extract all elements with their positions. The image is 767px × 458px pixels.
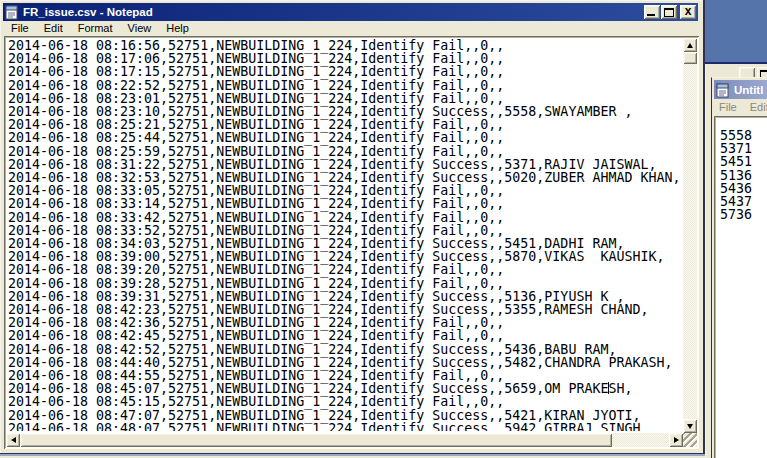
untitled-titlebar[interactable]: Untitl xyxy=(714,80,767,99)
untitled-id-list: 5558 5371 5451 5136 5436 5437 5736 xyxy=(714,116,767,221)
vertical-scrollbar[interactable] xyxy=(683,38,697,433)
window-title: FR_issue.csv - Notepad xyxy=(23,6,644,18)
menu-edit[interactable]: Edit xyxy=(37,22,70,34)
scroll-left-button[interactable] xyxy=(6,433,20,447)
text-caret xyxy=(608,382,609,394)
horizontal-scroll-thumb[interactable] xyxy=(20,433,612,447)
notepad-window: FR_issue.csv - Notepad x FileEditFormatV… xyxy=(0,0,705,454)
resize-grip[interactable] xyxy=(683,433,697,447)
titlebar[interactable]: FR_issue.csv - Notepad x xyxy=(3,3,698,21)
arrow-right-icon xyxy=(674,437,679,443)
vertical-scroll-thumb[interactable] xyxy=(683,52,697,64)
arrow-up-icon xyxy=(687,43,693,48)
text-area[interactable]: 2014-06-18 08:16:56,52751,NEWBUILDING_1_… xyxy=(6,38,683,431)
menubar: FileEditFormatViewHelp xyxy=(3,21,698,37)
untitled-notepad-window: Untitl FileEdit 5558 5371 5451 5136 5436… xyxy=(711,77,767,458)
arrow-down-icon xyxy=(687,424,693,429)
minimize-icon xyxy=(647,14,655,16)
scroll-up-button[interactable] xyxy=(683,38,697,52)
scroll-right-button[interactable] xyxy=(669,433,683,447)
untitled-menu-edit[interactable]: Edit xyxy=(745,101,767,113)
window-bottom-edge xyxy=(0,454,705,458)
arrow-left-icon xyxy=(11,437,16,443)
close-button[interactable]: x xyxy=(680,5,696,19)
menu-file[interactable]: File xyxy=(4,22,36,34)
menu-view[interactable]: View xyxy=(121,22,159,34)
maximize-button[interactable] xyxy=(661,5,677,19)
scroll-down-button[interactable] xyxy=(683,419,697,433)
untitled-text-area[interactable]: 5558 5371 5451 5136 5436 5437 5736 xyxy=(714,116,767,458)
menu-format[interactable]: Format xyxy=(71,22,120,34)
edit-client-area: 2014-06-18 08:16:56,52751,NEWBUILDING_1_… xyxy=(4,36,699,449)
notepad-icon[interactable] xyxy=(715,82,731,98)
menu-help[interactable]: Help xyxy=(159,22,196,34)
desktop-background xyxy=(705,0,767,62)
untitled-menu-file[interactable]: File xyxy=(714,101,745,113)
untitled-window-title: Untitl xyxy=(734,84,763,96)
untitled-menubar: FileEdit xyxy=(714,101,767,116)
csv-text: 2014-06-18 08:16:56,52751,NEWBUILDING_1_… xyxy=(6,38,683,431)
horizontal-scrollbar[interactable] xyxy=(6,433,683,447)
close-icon: x xyxy=(680,4,696,18)
minimize-button[interactable] xyxy=(644,5,660,19)
notepad-icon[interactable] xyxy=(4,4,20,20)
maximize-icon xyxy=(664,8,674,17)
